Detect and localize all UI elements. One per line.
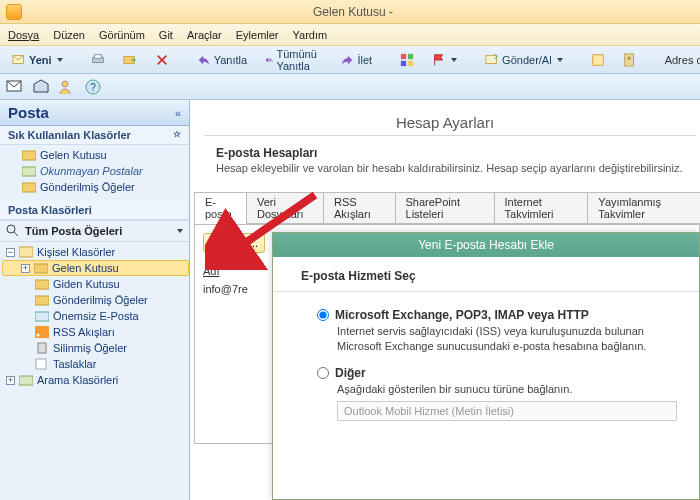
menu-edit[interactable]: Düzen	[53, 29, 85, 41]
store-icon	[19, 246, 33, 258]
reply-button[interactable]: Yanıtla	[191, 50, 253, 70]
tree-search-folders[interactable]: +Arama Klasörleri	[2, 372, 189, 388]
rules-button[interactable]	[585, 50, 611, 70]
tree-outbox[interactable]: Giden Kutusu	[2, 276, 189, 292]
window-title: Gelen Kutusu -	[28, 5, 678, 19]
svg-rect-5	[408, 53, 413, 58]
svg-rect-29	[19, 376, 33, 385]
svg-rect-23	[35, 296, 49, 305]
help-icon[interactable]: ?	[84, 78, 102, 96]
option-other: Diğer Aşağıdaki gösterilen bir sunucu tü…	[317, 366, 685, 421]
accounts-heading: E-posta Hesapları	[216, 146, 700, 160]
tab-published-cal[interactable]: Yayımlanmış Takvimler	[587, 192, 700, 224]
tree-inbox[interactable]: +Gelen Kutusu	[2, 260, 189, 276]
radio-other[interactable]: Diğer	[317, 366, 685, 380]
categorize-icon	[400, 53, 414, 67]
menu-go[interactable]: Git	[159, 29, 173, 41]
radio-exchange-pop[interactable]: Microsoft Exchange, POP3, IMAP veya HTTP	[317, 308, 685, 322]
account-row[interactable]: info@7re	[203, 277, 273, 295]
menu-view[interactable]: Görünüm	[99, 29, 145, 41]
account-settings-title: Hesap Ayarları	[190, 100, 700, 135]
trash-icon	[35, 342, 49, 354]
toolbar: Yeni Yanıtla Tümünü Yanıtla İlet Gönder/…	[0, 46, 700, 74]
menu-file[interactable]: Dosya	[8, 29, 39, 41]
settings-tabs: E-posta Veri Dosyaları RSS Akışları Shar…	[194, 192, 700, 224]
favorites-header[interactable]: Sık Kullanılan Klasörler ☆	[0, 126, 189, 145]
svg-rect-27	[38, 343, 46, 353]
svg-rect-6	[401, 60, 406, 65]
address-book-label: Adres defterleri	[659, 54, 700, 66]
radio-input[interactable]	[317, 309, 329, 321]
tab-rss[interactable]: RSS Akışları	[323, 192, 396, 224]
tree-drafts[interactable]: Taslaklar	[2, 356, 189, 372]
option-exchange-desc: Internet servis sağlayıcıdaki (ISS) veya…	[317, 322, 685, 354]
menu-help[interactable]: Yardım	[293, 29, 328, 41]
expand-icon[interactable]: +	[6, 376, 15, 385]
tab-sharepoint[interactable]: SharePoint Listeleri	[395, 192, 495, 224]
svg-point-26	[37, 334, 40, 337]
tree-rss[interactable]: RSS Akışları	[2, 324, 189, 340]
forward-button[interactable]: İlet	[334, 50, 378, 70]
mail-open-icon[interactable]	[32, 78, 50, 96]
svg-rect-21	[34, 264, 48, 273]
chevron-icon: ☆	[173, 129, 181, 139]
tab-email[interactable]: E-posta	[194, 192, 247, 224]
mail-module-icon[interactable]	[6, 78, 24, 96]
collapse-icon[interactable]: −	[6, 248, 15, 257]
add-account-wizard: Yeni E-posta Hesabı Ekle E-posta Hizmeti…	[272, 232, 700, 500]
reply-all-icon	[265, 53, 273, 67]
tree-sent[interactable]: Gönderilmiş Öğeler	[2, 292, 189, 308]
fav-sent[interactable]: Gönderilmiş Öğeler	[6, 179, 183, 195]
print-button[interactable]	[85, 50, 111, 70]
svg-rect-8	[486, 55, 497, 63]
collapse-sidebar-button[interactable]: «	[175, 107, 181, 119]
mail-new-icon	[12, 53, 26, 67]
col-name-header[interactable]: Adı	[203, 265, 273, 277]
tree-deleted[interactable]: Silinmiş Öğeler	[2, 340, 189, 356]
option-exchange-pop: Microsoft Exchange, POP3, IMAP veya HTTP…	[317, 308, 685, 354]
delete-button[interactable]	[149, 50, 175, 70]
tab-data-files[interactable]: Veri Dosyaları	[246, 192, 324, 224]
radio-input[interactable]	[317, 367, 329, 379]
reply-all-button[interactable]: Tümünü Yanıtla	[259, 45, 328, 75]
svg-point-11	[627, 56, 631, 60]
wizard-body: Microsoft Exchange, POP3, IMAP veya HTTP…	[273, 292, 699, 439]
folder-tree: −Kişisel Klasörler +Gelen Kutusu Giden K…	[0, 242, 189, 394]
fav-inbox[interactable]: Gelen Kutusu	[6, 147, 183, 163]
categorize-button[interactable]	[394, 50, 420, 70]
expand-icon[interactable]: +	[21, 264, 30, 273]
folder-icon	[34, 262, 48, 274]
address-book-button[interactable]	[617, 50, 643, 70]
new-button[interactable]: Yeni	[6, 50, 69, 70]
tab-internet-cal[interactable]: Internet Takvimleri	[494, 192, 589, 224]
rss-icon	[35, 326, 49, 338]
flag-button[interactable]	[426, 50, 463, 70]
svg-rect-7	[408, 60, 413, 65]
new-account-button[interactable]: Yeni...	[203, 233, 265, 253]
menu-bar: Dosya Düzen Görünüm Git Araçlar Eylemler…	[0, 24, 700, 46]
menu-tools[interactable]: Araçlar	[187, 29, 222, 41]
svg-rect-20	[19, 247, 33, 257]
send-receive-button[interactable]: Gönder/Al	[479, 50, 569, 70]
menu-actions[interactable]: Eylemler	[236, 29, 279, 41]
app-logo-icon	[6, 4, 22, 20]
tree-junk[interactable]: Önemsiz E-Posta	[2, 308, 189, 324]
chevron-down-icon	[451, 58, 457, 62]
contacts-icon[interactable]	[58, 78, 76, 96]
folder-icon	[22, 149, 36, 161]
mail-add-icon	[210, 236, 224, 250]
svg-rect-18	[22, 183, 36, 192]
rules-icon	[591, 53, 605, 67]
forward-icon	[340, 53, 354, 67]
reply-icon	[197, 53, 211, 67]
chevron-down-icon	[177, 229, 183, 233]
all-mail-items[interactable]: Tüm Posta Öğeleri	[0, 220, 189, 242]
sidebar-header: Posta «	[0, 100, 189, 126]
fav-unread[interactable]: Okunmayan Postalar	[6, 163, 183, 179]
tree-personal-folders[interactable]: −Kişisel Klasörler	[2, 244, 189, 260]
mail-folders-header[interactable]: Posta Klasörleri	[0, 201, 189, 220]
accounts-section: E-posta Hesapları Hesap ekleyebilir ve v…	[190, 136, 700, 174]
chevron-down-icon	[57, 58, 63, 62]
move-button[interactable]	[117, 50, 143, 70]
search-folder-icon	[19, 374, 33, 386]
